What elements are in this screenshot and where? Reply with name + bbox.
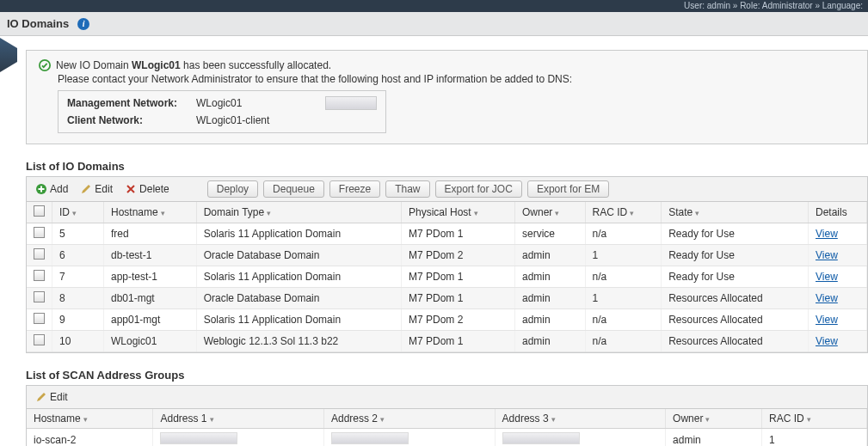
col-addr2[interactable]: Address 2▾ — [324, 409, 496, 429]
cell-owner: admin — [514, 331, 585, 352]
cell-rac-id: n/a — [585, 331, 662, 352]
cell-domain-type: Weblogic 12.1.3 Sol 11.3 b22 — [196, 331, 401, 352]
table-row[interactable]: 10WLogic01Weblogic 12.1.3 Sol 11.3 b22M7… — [27, 331, 867, 352]
caret-down-icon: ▾ — [555, 209, 559, 217]
delete-button[interactable]: Delete — [121, 181, 173, 197]
table-row[interactable]: 9app01-mgtSolaris 11 Application DomainM… — [27, 309, 867, 331]
row-checkbox[interactable] — [34, 248, 45, 260]
page-title: IO Domains — [7, 17, 69, 30]
caret-down-icon: ▾ — [267, 209, 271, 217]
cell-rac-id: n/a — [585, 266, 662, 288]
cell-id: 5 — [52, 223, 104, 245]
domains-panel: Add Edit Delete Deploy Dequeue Freeze Th… — [26, 176, 868, 353]
col-scan-owner[interactable]: Owner▾ — [666, 409, 762, 429]
col-hostname[interactable]: Hostname▾ — [104, 202, 197, 223]
col-domain-type[interactable]: Domain Type▾ — [196, 202, 401, 223]
view-link[interactable]: View — [816, 271, 838, 283]
thaw-button[interactable]: Thaw — [385, 180, 429, 198]
cell-hostname: db-test-1 — [104, 245, 197, 266]
cell-domain-type: Oracle Database Domain — [196, 245, 401, 266]
caret-down-icon: ▾ — [210, 415, 214, 424]
col-addr3[interactable]: Address 3▾ — [495, 409, 666, 429]
col-scan-hostname[interactable]: Hostname▾ — [27, 409, 153, 429]
deploy-button[interactable]: Deploy — [207, 180, 258, 198]
caret-down-icon: ▾ — [83, 415, 88, 424]
success-alert: New IO Domain WLogic01 has been successf… — [26, 50, 868, 144]
mgmt-network-masked — [325, 96, 377, 110]
row-checkbox[interactable] — [34, 291, 45, 302]
col-addr1[interactable]: Address 1▾ — [153, 409, 324, 429]
view-link[interactable]: View — [816, 228, 838, 240]
dequeue-button[interactable]: Dequeue — [263, 180, 324, 198]
view-link[interactable]: View — [816, 249, 838, 261]
view-link[interactable]: View — [816, 292, 838, 304]
caret-down-icon: ▾ — [380, 415, 385, 424]
col-scan-rac-id[interactable]: RAC ID▾ — [762, 409, 867, 429]
alert-subtext: Please contact your Network Administrato… — [58, 73, 855, 85]
table-row[interactable]: io-scan-2admin1 — [27, 429, 867, 447]
info-icon[interactable]: i — [77, 18, 89, 30]
cell-addr3 — [495, 429, 666, 447]
cell-physical-host: M7 PDom 1 — [402, 266, 515, 288]
cell-rac-id: 1 — [585, 288, 662, 309]
cell-id: 10 — [52, 331, 104, 352]
cell-hostname: app-test-1 — [104, 266, 197, 288]
export-joc-button[interactable]: Export for JOC — [435, 180, 522, 198]
col-id[interactable]: ID▾ — [52, 202, 104, 223]
masked-value — [502, 432, 580, 444]
col-owner[interactable]: Owner▾ — [514, 202, 585, 223]
add-button[interactable]: Add — [32, 181, 71, 197]
user-role-bar: User: admin » Role: Administrator » Lang… — [0, 0, 868, 12]
mgmt-network-value: WLogic01 — [196, 97, 325, 109]
view-link[interactable]: View — [816, 335, 838, 347]
cell-state: Ready for Use — [662, 266, 809, 288]
cell-owner: admin — [514, 266, 585, 288]
client-network-value: WLogic01-client — [196, 114, 325, 126]
cell-hostname: db01-mgt — [104, 288, 197, 309]
cell-domain-type: Solaris 11 Application Domain — [196, 223, 401, 245]
cell-physical-host: M7 PDom 1 — [402, 288, 515, 309]
cell-id: 6 — [52, 245, 104, 266]
cell-id: 7 — [52, 266, 104, 288]
caret-down-icon: ▾ — [161, 209, 165, 217]
cell-hostname: WLogic01 — [104, 331, 197, 352]
table-row[interactable]: 8db01-mgtOracle Database DomainM7 PDom 1… — [27, 288, 867, 309]
row-checkbox[interactable] — [34, 227, 45, 238]
view-link[interactable]: View — [816, 314, 838, 326]
col-state[interactable]: State▾ — [662, 202, 809, 223]
cell-rac-id: n/a — [585, 309, 662, 331]
col-rac-id[interactable]: RAC ID▾ — [585, 202, 662, 223]
scan-table: Hostname▾ Address 1▾ Address 2▾ Address … — [27, 409, 867, 446]
scan-toolbar: Edit — [27, 386, 867, 409]
row-checkbox[interactable] — [34, 313, 45, 324]
col-physical-host[interactable]: Physical Host▾ — [402, 202, 515, 223]
table-row[interactable]: 7app-test-1Solaris 11 Application Domain… — [27, 266, 867, 288]
select-all-checkbox[interactable] — [34, 205, 45, 217]
table-row[interactable]: 6db-test-1Oracle Database DomainM7 PDom … — [27, 245, 867, 266]
freeze-button[interactable]: Freeze — [329, 180, 380, 198]
cell-owner: admin — [514, 245, 585, 266]
caret-down-icon: ▾ — [72, 209, 77, 217]
cell-physical-host: M7 PDom 2 — [402, 245, 515, 266]
cell-owner: admin — [514, 309, 585, 331]
edit-button[interactable]: Edit — [77, 181, 116, 197]
cell-domain-type: Solaris 11 Application Domain — [196, 266, 401, 288]
caret-down-icon: ▾ — [630, 209, 634, 217]
domains-section-title: List of IO Domains — [26, 160, 868, 173]
table-row[interactable]: 5fredSolaris 11 Application DomainM7 PDo… — [27, 223, 867, 245]
alert-text: New IO Domain WLogic01 has been successf… — [56, 59, 331, 71]
cell-rac-id: 1 — [585, 245, 662, 266]
cell-state: Ready for Use — [662, 223, 809, 245]
scan-edit-button[interactable]: Edit — [32, 389, 71, 405]
row-checkbox[interactable] — [34, 334, 45, 345]
export-em-button[interactable]: Export for EM — [527, 180, 609, 198]
row-checkbox[interactable] — [34, 270, 45, 281]
pencil-icon — [80, 183, 92, 195]
cell-physical-host: M7 PDom 1 — [402, 331, 515, 352]
cell-owner: admin — [514, 288, 585, 309]
client-network-label: Client Network: — [58, 114, 196, 126]
cell-id: 8 — [52, 288, 104, 309]
caret-down-icon: ▾ — [695, 209, 699, 217]
cell-state: Ready for Use — [662, 245, 809, 266]
check-circle-icon — [39, 59, 51, 71]
